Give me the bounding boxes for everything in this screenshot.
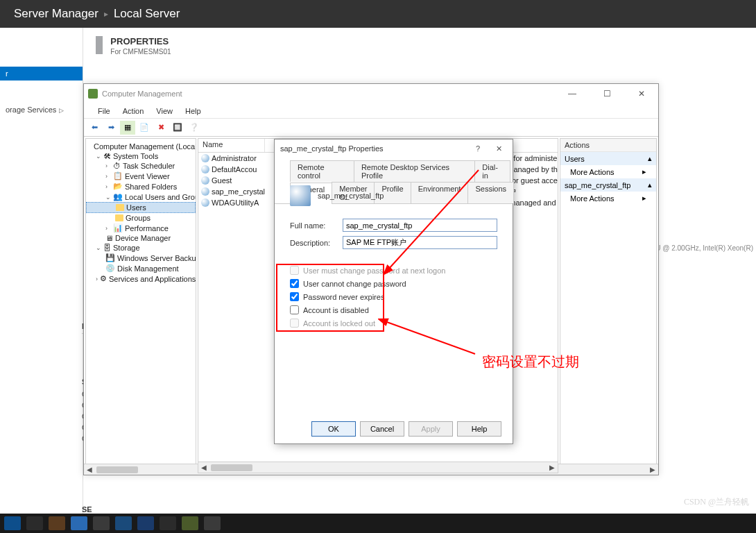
menu-help[interactable]: Help bbox=[185, 107, 201, 115]
tree-services-apps[interactable]: ›⚙Services and Applications bbox=[86, 273, 196, 284]
tab-remote-control[interactable]: Remote control bbox=[290, 160, 354, 182]
cm-toolbar: ⬅ ➡ ▦ 📄 ✖ 🔲 ❔ bbox=[84, 119, 658, 137]
tree-device-manager[interactable]: 🖥Device Manager bbox=[86, 233, 196, 243]
tree-system-tools[interactable]: ⌄🛠System Tools bbox=[86, 151, 196, 161]
checkbox-change-password: User must change password at next logon bbox=[290, 266, 497, 275]
actions-selected-user[interactable]: sap_me_crystal_ftp▴ bbox=[560, 178, 656, 192]
taskbar-start[interactable] bbox=[4, 516, 21, 530]
cancel-button[interactable]: Cancel bbox=[360, 421, 404, 437]
refresh-icon[interactable]: 🔲 bbox=[170, 121, 185, 135]
tree-wsb[interactable]: 💾Windows Server Backup bbox=[86, 253, 196, 263]
user-properties-dialog: sap_me_crystal_ftp Properties ? ✕ Remote… bbox=[274, 139, 513, 444]
description-label: Description: bbox=[290, 239, 343, 247]
back-icon[interactable]: ⬅ bbox=[87, 121, 102, 135]
tree-event-viewer[interactable]: ›📋Event Viewer bbox=[86, 171, 196, 181]
taskbar-item[interactable] bbox=[71, 516, 87, 530]
chevron-right-icon: ▸ bbox=[642, 194, 646, 203]
cm-app-icon bbox=[88, 89, 98, 99]
help-icon[interactable]: ❔ bbox=[187, 121, 202, 135]
tree-groups[interactable]: Groups bbox=[86, 213, 196, 223]
scrollbar-thumb[interactable] bbox=[211, 464, 252, 471]
minimize-button[interactable]: — bbox=[560, 89, 585, 99]
actions-users[interactable]: Users▴ bbox=[560, 152, 656, 165]
properties-icon[interactable]: 📄 bbox=[137, 121, 152, 135]
taskbar-item[interactable] bbox=[137, 516, 154, 530]
cm-title: Computer Management bbox=[102, 90, 182, 98]
help-button[interactable]: ? bbox=[470, 144, 486, 153]
taskbar-item[interactable] bbox=[49, 516, 65, 530]
tree-shared-folders[interactable]: ›📂Shared Folders bbox=[86, 181, 196, 192]
sidebar-item-storage[interactable]: orage Services▷ bbox=[0, 103, 83, 117]
tree-storage[interactable]: ⌄🗄Storage bbox=[86, 243, 196, 253]
dialog-titlebar[interactable]: sap_me_crystal_ftp Properties ? ✕ bbox=[275, 139, 513, 158]
col-name[interactable]: Name bbox=[198, 139, 265, 152]
user-icon bbox=[201, 187, 209, 196]
description-input[interactable] bbox=[343, 236, 497, 249]
actions-more-1[interactable]: More Actions▸ bbox=[560, 165, 656, 178]
taskbar-item[interactable] bbox=[93, 516, 110, 530]
dialog-body: sap_me_crystal_ftp Full name: Descriptio… bbox=[290, 185, 497, 416]
help-button[interactable]: Help bbox=[457, 421, 501, 437]
menu-file[interactable]: File bbox=[98, 107, 110, 115]
breadcrumb-app: Server Manager bbox=[14, 7, 98, 21]
menu-view[interactable]: View bbox=[156, 107, 173, 115]
properties-title: PROPERTIES bbox=[110, 36, 169, 46]
chevron-right-icon: ▷ bbox=[59, 107, 64, 114]
checkbox-cannot-change[interactable]: User cannot change password bbox=[290, 279, 497, 288]
tab-rds-profile[interactable]: Remote Desktop Services Profile bbox=[354, 160, 475, 182]
delete-icon[interactable]: ✖ bbox=[153, 121, 169, 135]
tree-disk-mgmt[interactable]: 💿Disk Management bbox=[86, 263, 196, 273]
breadcrumb-page: Local Server bbox=[114, 7, 180, 21]
taskbar-item[interactable] bbox=[160, 516, 176, 530]
cm-menubar: File Action View Help bbox=[84, 103, 658, 119]
cm-actions-pane: Actions Users▴ More Actions▸ sap_me_crys… bbox=[560, 138, 657, 473]
annotation-text: 密码设置不过期 bbox=[482, 353, 579, 371]
ok-button[interactable]: OK bbox=[311, 421, 356, 437]
user-icon bbox=[201, 165, 209, 174]
taskbar[interactable] bbox=[0, 514, 756, 533]
sidebar-item-active[interactable]: r bbox=[0, 67, 83, 81]
dialog-title: sap_me_crystal_ftp Properties bbox=[280, 144, 384, 153]
tree-task-scheduler[interactable]: ›⏱Task Scheduler bbox=[86, 161, 196, 171]
tree-users[interactable]: Users bbox=[86, 202, 196, 213]
breadcrumb: Server Manager ▸ Local Server bbox=[0, 0, 756, 28]
actions-more-2[interactable]: More Actions▸ bbox=[560, 192, 656, 205]
fullname-label: Full name: bbox=[290, 221, 343, 230]
up-icon[interactable]: ▦ bbox=[120, 121, 135, 135]
taskbar-item[interactable] bbox=[115, 516, 132, 530]
user-avatar-icon bbox=[290, 185, 311, 206]
breadcrumb-separator: ▸ bbox=[104, 9, 108, 19]
taskbar-search[interactable] bbox=[26, 516, 43, 530]
checkbox-never-expires[interactable]: Password never expires bbox=[290, 292, 497, 301]
menu-action[interactable]: Action bbox=[123, 107, 144, 115]
checkbox-disabled[interactable]: Account is disabled bbox=[290, 305, 497, 314]
checkbox-locked-out: Account is locked out bbox=[290, 319, 497, 328]
collapse-icon: ▴ bbox=[648, 180, 652, 189]
server-manager-sidebar: r orage Services▷ bbox=[0, 28, 83, 514]
server-icon bbox=[96, 36, 103, 54]
tree-local-users[interactable]: ⌄👥Local Users and Groups bbox=[86, 192, 196, 202]
cm-titlebar[interactable]: Computer Management — ☐ ✕ bbox=[84, 84, 658, 103]
user-icon bbox=[201, 176, 209, 185]
chevron-right-icon: ▸ bbox=[642, 167, 646, 176]
close-button[interactable]: ✕ bbox=[629, 89, 654, 99]
properties-subtitle: For CMFMESMS01 bbox=[110, 48, 171, 56]
taskbar-item[interactable] bbox=[182, 516, 198, 530]
maximize-button[interactable]: ☐ bbox=[594, 89, 619, 99]
actions-header: Actions bbox=[560, 139, 656, 152]
tree-root[interactable]: Computer Management (Local bbox=[86, 142, 196, 151]
user-icon bbox=[201, 154, 209, 162]
forward-icon[interactable]: ➡ bbox=[103, 121, 119, 135]
close-button[interactable]: ✕ bbox=[490, 144, 507, 153]
dialog-buttons: OK Cancel Apply Help bbox=[311, 421, 501, 437]
apply-button[interactable]: Apply bbox=[409, 421, 453, 437]
fullname-input[interactable] bbox=[343, 219, 497, 232]
tab-dialin[interactable]: Dial-in bbox=[474, 160, 510, 182]
cm-tree[interactable]: Computer Management (Local ⌄🛠System Tool… bbox=[85, 138, 196, 473]
scrollbar-thumb[interactable] bbox=[96, 466, 138, 473]
scroll-right-icon[interactable]: ▶ bbox=[547, 464, 558, 471]
scroll-left-icon[interactable]: ◀ bbox=[85, 466, 95, 473]
scroll-left-icon[interactable]: ◀ bbox=[198, 464, 209, 471]
tree-performance[interactable]: ›📊Performance bbox=[86, 223, 196, 233]
taskbar-item[interactable] bbox=[204, 516, 221, 530]
